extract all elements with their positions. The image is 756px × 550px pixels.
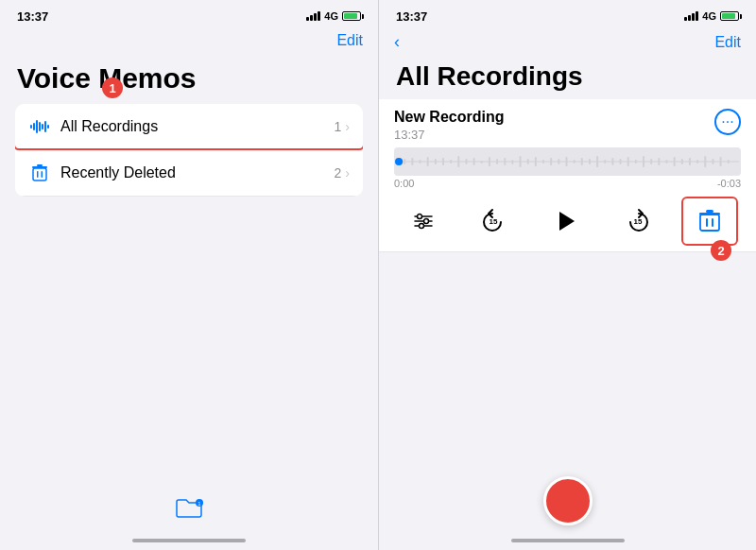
signal-label: 4G (324, 10, 338, 22)
right-bottom-bar (379, 474, 756, 550)
svg-rect-34 (550, 158, 552, 165)
battery-icon (342, 11, 361, 21)
svg-rect-1 (33, 123, 35, 130)
forward-button[interactable]: 15 (619, 202, 657, 240)
svg-rect-57 (728, 160, 730, 163)
play-button[interactable] (544, 200, 586, 242)
signal-bars-icon (306, 11, 320, 21)
home-indicator (132, 539, 246, 542)
svg-rect-39 (589, 159, 591, 164)
trash-container (689, 200, 730, 242)
svg-rect-71 (699, 213, 720, 215)
recently-deleted-item[interactable]: Recently Deleted 2 › (15, 150, 363, 197)
svg-point-58 (395, 158, 403, 165)
svg-rect-3 (39, 122, 41, 131)
svg-rect-54 (704, 156, 706, 167)
svg-rect-9 (42, 171, 43, 178)
svg-rect-27 (496, 159, 498, 164)
svg-rect-37 (574, 160, 576, 163)
svg-rect-16 (411, 158, 413, 165)
svg-rect-35 (558, 159, 559, 164)
waveform-times: 0:00 -0:03 (394, 176, 741, 193)
svg-rect-4 (42, 124, 43, 129)
right-signal-label: 4G (702, 10, 716, 22)
delete-recording-button[interactable] (689, 200, 730, 242)
right-phone-panel: 13:37 4G ‹ Edit All Recordings New Recor… (378, 0, 756, 550)
svg-rect-7 (33, 168, 46, 180)
right-time: 13:37 (396, 9, 427, 24)
svg-rect-28 (504, 158, 506, 165)
more-options-button[interactable]: ··· (714, 109, 741, 135)
svg-rect-18 (427, 157, 429, 166)
recording-item: New Recording 13:37 ··· (379, 99, 756, 142)
svg-rect-53 (696, 160, 698, 163)
svg-rect-15 (404, 159, 405, 164)
left-phone-panel: 13:37 4G Edit Voice Memos (0, 0, 378, 550)
svg-rect-30 (520, 156, 522, 167)
svg-rect-49 (665, 160, 667, 163)
right-nav-bar: ‹ Edit (379, 28, 756, 60)
svg-rect-10 (32, 166, 47, 168)
svg-rect-23 (465, 159, 467, 164)
svg-point-62 (418, 215, 422, 219)
svg-rect-44 (627, 157, 629, 166)
left-edit-button[interactable]: Edit (336, 32, 363, 49)
svg-rect-43 (620, 159, 622, 164)
svg-point-64 (420, 224, 424, 229)
svg-rect-68 (700, 215, 719, 231)
svg-rect-50 (674, 157, 676, 166)
right-status-right: 4G (684, 10, 739, 22)
record-button[interactable] (543, 476, 593, 525)
recording-name: New Recording (394, 109, 504, 126)
svg-rect-72 (706, 210, 713, 213)
svg-marker-66 (559, 212, 575, 231)
svg-rect-70 (712, 218, 713, 227)
svg-rect-52 (689, 158, 691, 165)
svg-rect-56 (720, 157, 722, 166)
svg-rect-31 (527, 159, 529, 164)
waveform-bar[interactable] (394, 147, 741, 176)
svg-rect-29 (511, 160, 513, 164)
left-time: 13:37 (17, 9, 48, 24)
filter-button[interactable] (404, 202, 442, 240)
recently-deleted-label: Recently Deleted (60, 164, 335, 181)
svg-text:15: 15 (490, 217, 498, 226)
time-start: 0:00 (394, 178, 414, 189)
svg-rect-6 (47, 125, 49, 129)
playback-controls: 15 15 (379, 193, 756, 252)
svg-rect-46 (643, 156, 644, 167)
svg-rect-0 (30, 125, 32, 129)
trash-small-icon (28, 162, 51, 184)
right-status-bar: 13:37 4G (379, 0, 756, 28)
svg-rect-19 (435, 159, 437, 164)
waveform-area: 0:00 -0:03 (379, 142, 756, 193)
annotation-badge-1: 1 (102, 77, 123, 98)
rewind-button[interactable]: 15 (474, 202, 512, 240)
left-status-right: 4G (306, 10, 361, 22)
svg-rect-25 (481, 161, 483, 163)
recording-timestamp: 13:37 (394, 128, 504, 142)
svg-rect-36 (565, 157, 567, 166)
svg-rect-69 (706, 218, 708, 227)
all-recordings-title: All Recordings (379, 60, 756, 99)
folder-icon[interactable]: 1 (175, 497, 203, 525)
svg-rect-47 (650, 159, 652, 164)
svg-rect-22 (457, 156, 459, 167)
right-home-indicator (511, 539, 625, 542)
all-recordings-item[interactable]: All Recordings 1 › (15, 104, 363, 150)
right-signal-bars-icon (684, 11, 698, 21)
all-recordings-count: 1 (335, 119, 342, 134)
svg-rect-51 (681, 159, 683, 164)
svg-rect-17 (420, 160, 421, 163)
left-status-bar: 13:37 4G (0, 0, 378, 28)
svg-rect-48 (658, 158, 660, 165)
voice-memos-title: Voice Memos (0, 57, 378, 104)
svg-rect-2 (36, 120, 38, 133)
left-bottom-bar: 1 (0, 484, 378, 550)
right-edit-button[interactable]: Edit (714, 34, 741, 51)
back-button[interactable]: ‹ (394, 32, 400, 52)
svg-rect-21 (450, 160, 452, 163)
svg-rect-11 (37, 164, 43, 166)
recently-deleted-chevron-icon: › (345, 165, 350, 180)
svg-rect-41 (604, 160, 606, 163)
